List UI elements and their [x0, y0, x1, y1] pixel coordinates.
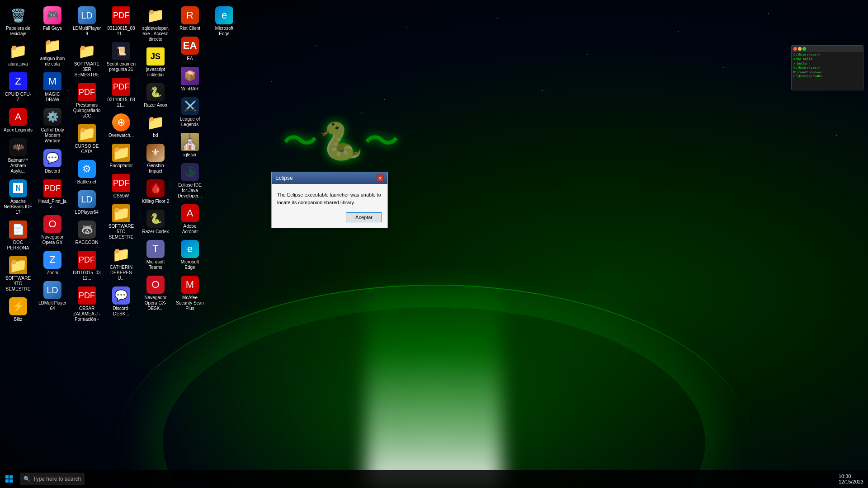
icon-overwatch[interactable]: ⊕ Overwatch... — [105, 112, 137, 140]
icon-prestamos[interactable]: PDF Préstamos QuirografiariosCC — [71, 81, 103, 121]
js-linkedin-label: javascript linkledin — [141, 67, 170, 78]
sw5-label: SOFTWARE 5TO SEMESTRE — [107, 224, 136, 240]
search-bar[interactable]: 🔍 Type here to search — [20, 473, 85, 485]
cod-icon: ⚙️ — [43, 108, 61, 126]
papelera-label: Papelera de reciclaje — [4, 26, 33, 37]
icon-iglesia[interactable]: ⛪ iglesia — [174, 131, 206, 160]
razer-axon-icon: 🐍 — [146, 83, 165, 101]
icon-lol[interactable]: ⚔️ League of Legends — [174, 95, 206, 129]
icon-genshin[interactable]: ⚜ Genshin Impact — [139, 142, 172, 176]
head-first-icon: PDF — [43, 179, 61, 197]
terminal-window: C:\Users\user> echo hello > hello C:\Use… — [791, 45, 863, 90]
icon-opera-nav[interactable]: O Navegador Opera GX — [36, 213, 69, 247]
enc-label: Encriptador — [109, 163, 132, 169]
dialog-accept-button[interactable]: Aceptar — [346, 212, 382, 222]
icon-catherin[interactable]: 📁 CATHERIN DEBERES U... — [105, 244, 137, 283]
overwatch-icon: ⊕ — [112, 113, 130, 131]
icon-cod[interactable]: ⚙️ Call of Duty Modern Warfare — [36, 106, 69, 145]
icon-apex[interactable]: A Apex Legends — [2, 106, 34, 135]
opera-nav-label: Navegador Opera GX — [38, 235, 67, 245]
icon-sw5[interactable]: 📁 SOFTWARE 5TO SEMESTRE — [105, 202, 137, 242]
terminal-line2: echo hello — [793, 57, 861, 62]
icon-ea[interactable]: EA EA — [174, 35, 206, 63]
iglesia-icon: ⛪ — [181, 133, 199, 151]
zoom-icon: Z — [43, 251, 61, 269]
cs50w-icon: PDF — [112, 174, 130, 192]
icon-alura[interactable]: 📁 alura.java — [2, 40, 34, 69]
icon-raccoon[interactable]: 🦝 RACCOON — [71, 219, 103, 247]
icon-discord-desk[interactable]: 💬 Discord-DESK... — [105, 285, 137, 319]
icon-ms-teams[interactable]: T Microsoft Teams — [139, 238, 172, 272]
icon-bd[interactable]: 📁 bd — [139, 112, 172, 140]
icon-ms-edge2[interactable]: e Microsoft Edge — [174, 238, 206, 272]
ldmulti-label: LDMultiPlayer9 — [72, 26, 101, 37]
cpuid-label: CPUID CPU-Z — [4, 92, 33, 103]
netbeans-label: Apache NetBeans IDE 17 — [4, 199, 33, 215]
genshin-label: Genshin Impact — [141, 163, 170, 174]
netbeans-icon: 🅽 — [9, 179, 27, 197]
icon-fallguys[interactable]: 🎮 Fall Guys — [36, 5, 69, 33]
icon-cesar[interactable]: PDF CESAR ZALAMEA J - Formación - ... — [71, 285, 103, 329]
icon-sw3[interactable]: 📁 SOFTWARE 3ER SEMESTRE — [71, 40, 103, 80]
icon-js-linkedin[interactable]: JS javascript linkledin — [139, 46, 172, 80]
raccoon-label: RACCOON — [75, 240, 98, 245]
terminal-max-btn[interactable] — [802, 47, 806, 51]
icon-cpuid[interactable]: Z CPUID CPU-Z — [2, 70, 34, 104]
icon-opera-gx-desk[interactable]: O Navegador Opera GX-DESK... — [139, 274, 172, 313]
icon-razer-axon[interactable]: 🐍 Razer Axon — [139, 81, 172, 110]
terminal-close-btn[interactable] — [793, 47, 797, 51]
icon-pdf031[interactable]: PDF 03110015_0311... — [71, 249, 103, 283]
icon-column-3: LD LDMultiPlayer9 📁 SOFTWARE 3ER SEMESTR… — [71, 5, 103, 329]
icon-doc[interactable]: 📄 DOC PERSONA — [2, 219, 34, 253]
sw3-label: SOFTWARE 3ER SEMESTRE — [72, 61, 101, 78]
catherin-label: CATHERIN DEBERES U... — [107, 265, 136, 281]
icon-winrar[interactable]: 📦 WinRAR — [174, 65, 206, 94]
icon-ldmulti[interactable]: LD LDMultiPlayer9 — [71, 5, 103, 38]
icon-antiguo[interactable]: 📁 antiguo ihon de cata — [36, 35, 69, 69]
icon-papelera[interactable]: 🗑️ Papelera de reciclaje — [2, 5, 34, 38]
icon-battlenet[interactable]: ⚙ Battle.net — [71, 158, 103, 187]
icon-ldplayer64[interactable]: LD LDMultiPlayer64 — [36, 279, 69, 313]
terminal-min-btn[interactable] — [798, 47, 802, 51]
icon-magicdraw[interactable]: M MAGIC DRAW — [36, 70, 69, 104]
icon-ms-edge1[interactable]: e Microsoft Edge — [208, 5, 241, 38]
icon-discord[interactable]: 💬 Discord — [36, 147, 69, 176]
raccoon-icon: 🦝 — [78, 221, 96, 239]
icon-killing-floor[interactable]: 🩸 Killing Floor 2 — [139, 178, 172, 206]
icon-head-first[interactable]: PDF Head_First_jav... — [36, 178, 69, 211]
icon-enc[interactable]: 📁 Encriptador — [105, 142, 137, 170]
icon-curso[interactable]: 📁 CURSO DE CATA — [71, 122, 103, 156]
icon-eclipse-ide[interactable]: 🌑 Eclipse IDE for Java Developer... — [174, 161, 206, 201]
dialog-buttons: Aceptar — [277, 212, 382, 222]
blitz-label: Blitz — [14, 317, 23, 322]
icon-pdf031b[interactable]: PDF 03110015_0311... — [105, 76, 137, 110]
js-linkedin-icon: JS — [146, 47, 165, 66]
razer-axon-label: Razer Axon — [144, 103, 167, 108]
terminal-line4: C:\Users\user> — [793, 66, 861, 70]
ldplayer64b-label: LDPlayer64 — [75, 210, 99, 215]
killing-floor-icon: 🩸 — [146, 179, 165, 197]
icon-cs50w[interactable]: PDF CS50W — [105, 172, 137, 201]
ea-icon: EA — [181, 37, 199, 55]
icon-sw4[interactable]: 📁 SOFTWARE 4TO SEMESTRE — [2, 254, 34, 294]
icon-acrobat[interactable]: A Adobe Acrobat — [174, 202, 206, 236]
icon-ldplayer64b[interactable]: LD LDPlayer64 — [71, 188, 103, 217]
start-button[interactable] — [0, 470, 18, 488]
icon-mcafee[interactable]: M McAfee Security Scan Plus — [174, 274, 206, 313]
icon-pdf0311[interactable]: PDF 03110015_0311... — [105, 5, 137, 38]
icon-batman[interactable]: 🦇 Batman™ Arkham Asylu... — [2, 136, 34, 176]
icon-column-1: 🗑️ Papelera de reciclaje 📁 alura.java Z … — [2, 5, 34, 324]
icon-script[interactable]: 📜 Script examen pregunta 21 — [105, 40, 137, 74]
icon-razer-cortex[interactable]: 🐍 Razer Cortex — [139, 208, 172, 236]
dialog-title: Eclipse — [275, 175, 293, 181]
icon-netbeans[interactable]: 🅽 Apache NetBeans IDE 17 — [2, 178, 34, 217]
icon-riot[interactable]: R Riot Client — [174, 5, 206, 33]
terminal-content: C:\Users\user> echo hello > hello C:\Use… — [792, 52, 863, 80]
dialog-close-button[interactable]: ✕ — [377, 174, 384, 182]
icon-zoom[interactable]: Z Zoom — [36, 249, 69, 277]
ea-label: EA — [187, 56, 193, 61]
icon-sqldeveloper[interactable]: 📁 sqldeveloper.exe - Acceso directo — [139, 5, 172, 44]
icon-blitz[interactable]: ⚡ Blitz — [2, 296, 34, 324]
opera-gx-desk-label: Navegador Opera GX-DESK... — [141, 295, 170, 311]
alura-icon: 📁 — [9, 42, 27, 60]
